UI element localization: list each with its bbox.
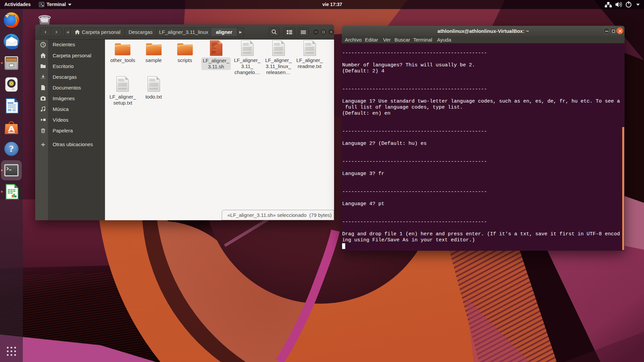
svg-text:?: ?: [9, 143, 14, 154]
